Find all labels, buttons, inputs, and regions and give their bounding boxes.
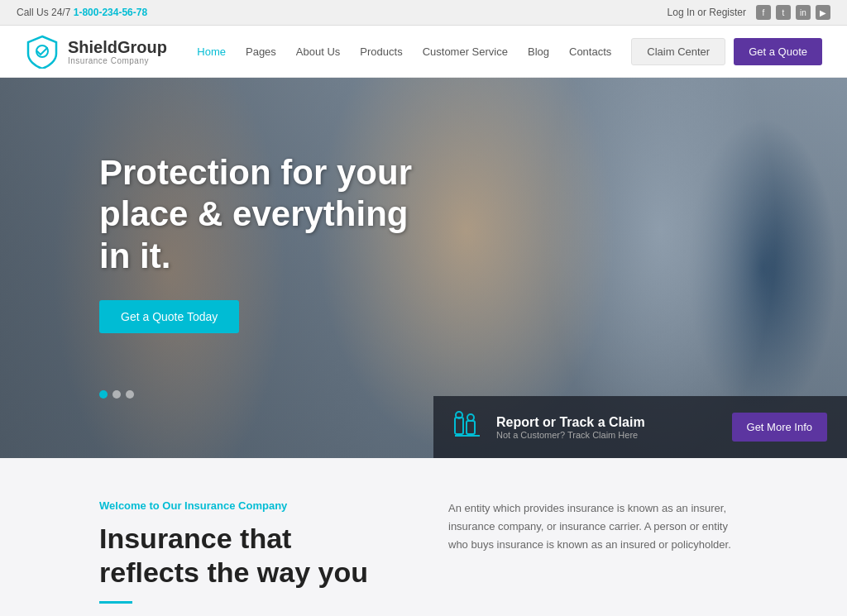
nav-about[interactable]: About Us bbox=[288, 41, 348, 63]
section-label: Welcome to Our Insurance Company bbox=[99, 499, 399, 512]
more-info-button[interactable]: Get More Info bbox=[732, 413, 827, 442]
claim-subtitle: Not a Customer? Track Claim Here bbox=[496, 430, 645, 440]
login-link[interactable]: Log In or Register bbox=[668, 7, 746, 18]
below-left: Welcome to Our Insurance Company Insuran… bbox=[99, 499, 399, 604]
nav-home[interactable]: Home bbox=[189, 41, 234, 63]
youtube-icon[interactable]: ▶ bbox=[816, 5, 830, 20]
top-bar-phone: Call Us 24/7 1-800-234-56-78 bbox=[17, 7, 147, 18]
top-bar-right: Log In or Register f t in ▶ bbox=[668, 5, 830, 20]
nav-contacts[interactable]: Contacts bbox=[561, 41, 620, 63]
section-heading: Insurance that reflects the way you bbox=[99, 522, 399, 590]
svg-rect-1 bbox=[455, 418, 463, 434]
hero-dots bbox=[99, 390, 134, 399]
below-hero-section: Welcome to Our Insurance Company Insuran… bbox=[0, 458, 847, 616]
logo-icon bbox=[25, 34, 60, 69]
nav-products[interactable]: Products bbox=[352, 41, 410, 63]
teal-divider bbox=[99, 601, 132, 604]
main-nav: Home Pages About Us Products Customer Se… bbox=[189, 38, 822, 65]
claim-title: Report or Track a Claim bbox=[496, 415, 645, 430]
phone-link[interactable]: 1-800-234-56-78 bbox=[74, 7, 147, 18]
dot-3[interactable] bbox=[126, 390, 134, 399]
logo-area: ShieldGroup Insurance Company bbox=[25, 34, 167, 69]
nav-pages[interactable]: Pages bbox=[237, 41, 285, 63]
top-bar: Call Us 24/7 1-800-234-56-78 Log In or R… bbox=[0, 0, 847, 26]
svg-rect-3 bbox=[467, 421, 475, 434]
logo-text: ShieldGroup Insurance Company bbox=[68, 38, 167, 65]
dot-2[interactable] bbox=[112, 390, 121, 399]
svg-point-4 bbox=[467, 414, 474, 421]
claim-center-button[interactable]: Claim Center bbox=[631, 38, 725, 65]
claim-text: Report or Track a Claim Not a Customer? … bbox=[496, 415, 645, 440]
twitter-icon[interactable]: t bbox=[776, 5, 791, 20]
logo-sub: Insurance Company bbox=[68, 56, 167, 65]
below-right: An entity which provides insurance is kn… bbox=[448, 499, 748, 604]
facebook-icon[interactable]: f bbox=[756, 5, 771, 20]
claim-icon bbox=[453, 409, 483, 445]
claim-bar-left: Report or Track a Claim Not a Customer? … bbox=[453, 409, 645, 445]
hero-title: Protection for your place & everything i… bbox=[99, 152, 447, 277]
hero-cta-button[interactable]: Get a Quote Today bbox=[99, 300, 239, 333]
call-label: Call Us 24/7 bbox=[17, 7, 70, 18]
hero-content: Protection for your place & everything i… bbox=[99, 152, 447, 333]
header: ShieldGroup Insurance Company Home Pages… bbox=[0, 26, 847, 78]
linkedin-icon[interactable]: in bbox=[796, 5, 811, 20]
dot-1[interactable] bbox=[99, 390, 108, 399]
social-icons: f t in ▶ bbox=[756, 5, 830, 20]
nav-customer-service[interactable]: Customer Service bbox=[414, 41, 516, 63]
hero-section: Protection for your place & everything i… bbox=[0, 78, 847, 458]
nav-blog[interactable]: Blog bbox=[519, 41, 557, 63]
section-description: An entity which provides insurance is kn… bbox=[448, 499, 748, 554]
logo-name: ShieldGroup bbox=[68, 38, 167, 56]
claim-bar: Report or Track a Claim Not a Customer? … bbox=[433, 396, 847, 458]
get-quote-button[interactable]: Get a Quote bbox=[734, 38, 822, 65]
